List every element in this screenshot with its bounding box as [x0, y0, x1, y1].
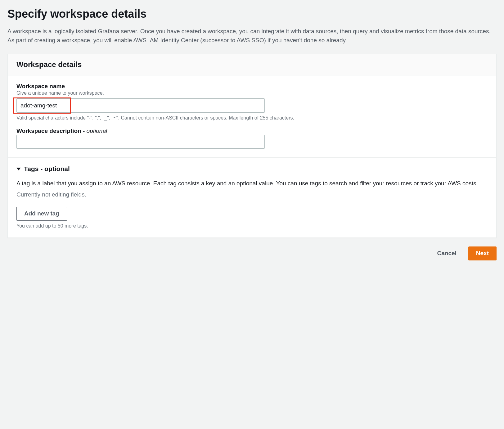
- tags-description: A tag is a label that you assign to an A…: [16, 179, 488, 188]
- workspace-name-input-wrap: [16, 98, 265, 113]
- tags-footnote: You can add up to 50 more tags.: [16, 223, 488, 229]
- panel-header: Workspace details: [8, 54, 496, 75]
- caret-down-icon: [16, 168, 21, 170]
- workspace-details-panel: Workspace details Workspace name Give a …: [7, 54, 497, 238]
- next-button[interactable]: Next: [468, 246, 497, 260]
- workspace-name-label: Workspace name: [16, 83, 488, 90]
- workspace-name-group: Workspace name Give a unique name to you…: [16, 83, 488, 121]
- panel-section-tags: Tags - optional A tag is a label that yo…: [8, 158, 496, 237]
- add-new-tag-button[interactable]: Add new tag: [16, 207, 67, 221]
- footer-actions: Cancel Next: [7, 246, 497, 260]
- workspace-description-input[interactable]: [16, 135, 265, 149]
- panel-header-title: Workspace details: [16, 60, 488, 69]
- workspace-description-group: Workspace description - optional: [16, 128, 488, 149]
- tags-header-title: Tags - optional: [24, 165, 70, 173]
- page-description: A workspace is a logically isolated Graf…: [7, 27, 497, 45]
- cancel-button[interactable]: Cancel: [430, 247, 464, 260]
- panel-section-fields: Workspace name Give a unique name to you…: [8, 75, 496, 158]
- page-title: Specify workspace details: [7, 7, 497, 20]
- workspace-name-hint: Give a unique name to your workspace.: [16, 90, 488, 96]
- workspace-description-label-text: Workspace description -: [16, 128, 87, 134]
- workspace-description-label-optional: optional: [87, 128, 107, 134]
- workspace-name-input[interactable]: [16, 98, 265, 113]
- workspace-name-constraint: Valid special characters include "-", ".…: [16, 115, 488, 121]
- workspace-description-label: Workspace description - optional: [16, 128, 488, 134]
- tags-toggle[interactable]: Tags - optional: [16, 165, 488, 173]
- tags-status: Currently not editing fields.: [16, 191, 488, 198]
